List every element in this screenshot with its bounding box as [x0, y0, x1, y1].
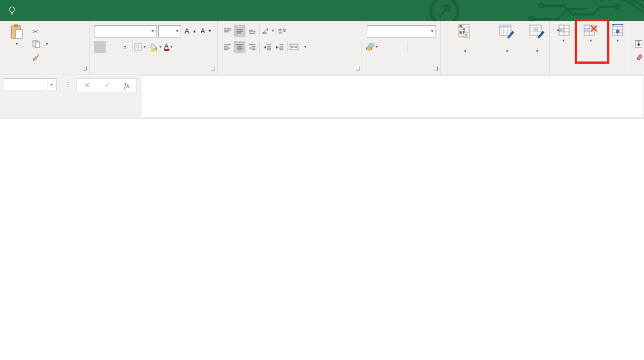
accounting-icon: [366, 43, 375, 51]
number-format-combo[interactable]: ▾: [367, 25, 436, 37]
borders-icon: [134, 43, 142, 51]
top-align-button[interactable]: [221, 25, 233, 37]
tell-me-box[interactable]: [0, 0, 21, 21]
delete-highlight-annotation: [575, 19, 609, 64]
bold-button[interactable]: [94, 41, 106, 53]
clear-button[interactable]: [635, 51, 643, 62]
align-left-button[interactable]: [221, 41, 233, 53]
conditional-arrow[interactable]: ▾: [464, 49, 466, 54]
formula-input[interactable]: [141, 75, 644, 117]
align-right-button[interactable]: [246, 41, 258, 53]
styles-group: ≠ ▾ ▾ ▾: [441, 21, 550, 74]
orientation-button[interactable]: ab▾: [262, 25, 274, 37]
name-box[interactable]: ▾: [3, 78, 56, 91]
font-color-icon: A: [164, 44, 169, 51]
format-arrow[interactable]: ▾: [617, 39, 619, 43]
formula-bar-separator: ⋮: [65, 80, 72, 88]
underline-button[interactable]: ▾: [119, 41, 130, 53]
paste-button[interactable]: ▾: [4, 24, 29, 46]
fill-color-arrow[interactable]: ▾: [159, 45, 162, 49]
orientation-arrow[interactable]: ▾: [272, 29, 274, 33]
merge-center-button[interactable]: ▾: [290, 41, 306, 53]
format-as-table-button[interactable]: ▾: [490, 24, 524, 54]
paste-dropdown-arrow[interactable]: ▾: [16, 42, 18, 46]
number-format-arrow[interactable]: ▾: [429, 29, 433, 34]
underline-arrow[interactable]: ▾: [124, 45, 126, 49]
font-name-arrow[interactable]: ▾: [149, 29, 154, 34]
conditional-formatting-icon: ≠: [458, 24, 472, 39]
increase-decimal-button[interactable]: [411, 41, 423, 53]
borders-button[interactable]: ▾: [134, 41, 146, 53]
shrink-font-icon: ▼: [207, 29, 212, 34]
align-center-button[interactable]: [234, 41, 245, 53]
borders-arrow[interactable]: ▾: [143, 45, 145, 49]
clipboard-group: ▾ ✂ ▾: [0, 21, 89, 74]
decrease-decimal-button[interactable]: [424, 41, 436, 53]
fill-color-icon: [150, 43, 158, 51]
circuit-decoration: [391, 0, 644, 21]
increase-indent-icon: [276, 44, 284, 50]
excel-window: ▾ ✂ ▾ ▾ ▾: [0, 0, 644, 360]
merge-center-arrow[interactable]: ▾: [304, 45, 306, 49]
font-color-button[interactable]: A▾: [162, 41, 174, 53]
formula-buttons: ✕ ✓ fx: [77, 78, 137, 92]
align-right-icon: [248, 44, 256, 50]
accounting-format-button[interactable]: ▾: [366, 41, 378, 53]
copy-icon: [32, 40, 40, 48]
increase-indent-button[interactable]: [274, 41, 286, 53]
spreadsheet: [0, 119, 644, 360]
scissors-icon: ✂: [32, 27, 39, 36]
fill-button[interactable]: [635, 38, 642, 49]
accounting-arrow[interactable]: ▾: [376, 45, 378, 49]
name-box-arrow[interactable]: ▾: [47, 79, 53, 91]
insert-cells-icon: [557, 24, 570, 36]
font-size-combo[interactable]: ▾: [158, 25, 181, 37]
cell-styles-arrow[interactable]: ▾: [536, 49, 538, 54]
alignment-group: ab▾ ab ▾: [218, 21, 362, 74]
cell-styles-button[interactable]: ▾: [525, 24, 549, 54]
comma-button[interactable]: [393, 41, 405, 53]
shrink-font-button[interactable]: A▼: [201, 25, 212, 36]
wrap-text-button[interactable]: ab: [278, 25, 289, 36]
grow-font-icon: ▲: [192, 29, 197, 34]
enter-icon[interactable]: ✓: [104, 81, 110, 89]
number-group: ▾ ▾: [362, 21, 441, 74]
grow-font-button[interactable]: A▲: [184, 25, 197, 36]
conditional-formatting-button[interactable]: ≠ ▾: [443, 24, 487, 54]
font-group: ▾ ▾ A▲ A▼ ▾ ▾ ▾ A▾: [89, 21, 218, 74]
insert-function-icon[interactable]: fx: [124, 81, 129, 90]
font-color-arrow[interactable]: ▾: [171, 45, 173, 49]
percent-button[interactable]: [380, 41, 391, 53]
middle-align-button[interactable]: [234, 25, 245, 37]
fill-color-button[interactable]: ▾: [150, 41, 162, 53]
copy-button[interactable]: ▾: [32, 39, 48, 50]
insert-cells-button[interactable]: ▾: [552, 24, 575, 43]
cut-button[interactable]: ✂: [32, 26, 41, 37]
format-painter-button[interactable]: [32, 51, 43, 63]
ribbon: ▾ ✂ ▾ ▾ ▾: [0, 21, 644, 74]
clipboard-dialog-launcher[interactable]: [83, 67, 87, 70]
font-name-combo[interactable]: ▾: [94, 25, 157, 37]
decrease-indent-icon: [263, 44, 272, 50]
number-dialog-launcher[interactable]: [434, 67, 438, 70]
insert-arrow[interactable]: ▾: [562, 39, 565, 43]
align-center-icon: [236, 44, 244, 50]
font-dialog-launcher[interactable]: [211, 67, 215, 70]
format-table-arrow[interactable]: ▾: [506, 49, 508, 54]
italic-button[interactable]: [106, 41, 118, 53]
copy-dropdown-arrow[interactable]: ▾: [46, 42, 48, 46]
bottom-align-button[interactable]: [246, 25, 258, 37]
orientation-icon: ab: [262, 27, 271, 35]
font-size-arrow[interactable]: ▾: [174, 29, 178, 34]
eraser-icon: [635, 53, 643, 60]
svg-text:≠: ≠: [465, 32, 468, 38]
decrease-indent-button[interactable]: [262, 41, 273, 53]
svg-text:ab: ab: [278, 28, 282, 32]
lightbulb-icon: [8, 6, 16, 16]
ribbon-tab-bar: [0, 0, 644, 21]
format-cells-icon: [611, 24, 624, 36]
alignment-dialog-launcher[interactable]: [356, 67, 359, 70]
top-align-icon: [224, 28, 231, 34]
cancel-icon[interactable]: ✕: [84, 81, 90, 89]
fill-down-icon: [635, 40, 642, 48]
